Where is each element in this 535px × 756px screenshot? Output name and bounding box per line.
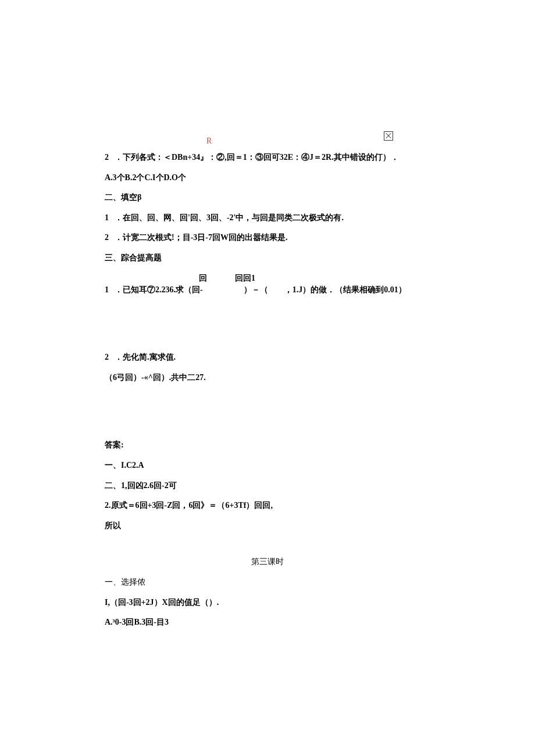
question-number: 2 <box>105 353 109 361</box>
document-page: R 2．下列各式：＜DBn+34』：②,回＝1：③回可32E：④J＝2R.其中错… <box>105 134 430 635</box>
box-x-icon <box>384 131 393 141</box>
question-number: 2 <box>105 153 109 162</box>
section-comprehensive-title: 三、踪合提高题 <box>105 250 430 266</box>
question-2-statement: 2．下列各式：＜DBn+34』：②,回＝1：③回可32E：④J＝2R.其中错设的… <box>105 150 430 166</box>
problem-2-expression: （6弓回）-«^回）.共中二27. <box>105 370 430 386</box>
question-number: 1 <box>105 285 109 294</box>
answer-line-4: 所以 <box>105 518 430 534</box>
question-2-choices: A.3个B.2个C.I个D.O个 <box>105 170 430 186</box>
answer-line-3: 2.原式＝6回+3回-Z回，6回》＝（6+3Tf）回回, <box>105 498 430 514</box>
answers-title: 答案: <box>105 438 430 453</box>
fill-blank-2: 2．计宽二次根式!；目-3日-7回W回的出嚣结果是. <box>105 230 430 246</box>
section-choice-title: 一、选择侬 <box>105 575 430 590</box>
fill-blank-1: 1．在回、回、网、回'回、3回、-2'中，与回是同类二次极式的有. <box>105 210 430 226</box>
problem-2: 2．先化简.寓求值. <box>105 350 430 366</box>
lesson-3-heading: 第三课时 <box>105 554 430 570</box>
question-text: ．先化简.寓求值. <box>115 353 176 361</box>
answer-line-2: 二、1,回凶2.6回-2可 <box>105 478 430 494</box>
float-text-b: 回回1 <box>235 271 255 286</box>
top-marker-row: R <box>105 134 430 145</box>
question-number: 2 <box>105 233 109 242</box>
problem-1-float: 回 回回1 <box>105 271 430 281</box>
question-text: ．下列各式：＜DBn+34』：②,回＝1：③回可32E：④J＝2R.其中错设的仃… <box>115 153 399 162</box>
question-text: ．计宽二次根式!；目-3日-7回W回的出嚣结果是. <box>115 233 288 242</box>
answer-line-1: 一、I.C2.A <box>105 458 430 474</box>
float-text-a: 回 <box>199 271 207 286</box>
question-number: 1 <box>105 213 109 222</box>
question-text: ．在回、回、网、回'回、3回、-2'中，与回是同类二次极式的有. <box>115 213 344 222</box>
glyph-r: R <box>206 134 212 149</box>
choice-q1-options: A.³0-3回B.3回-目3 <box>105 615 430 630</box>
section-fill-title: 二、填空β <box>105 190 430 206</box>
problem-1: 1．已知耳⑦2.236.求（回- ）－（ ，1.J）的做．（结果相确到0.01） <box>105 282 430 298</box>
choice-q1: I,（回-3回+2J）X回的值足（）. <box>105 595 430 611</box>
question-text: ．已知耳⑦2.236.求（回- ）－（ ，1.J）的做．（结果相确到0.01） <box>115 285 406 294</box>
